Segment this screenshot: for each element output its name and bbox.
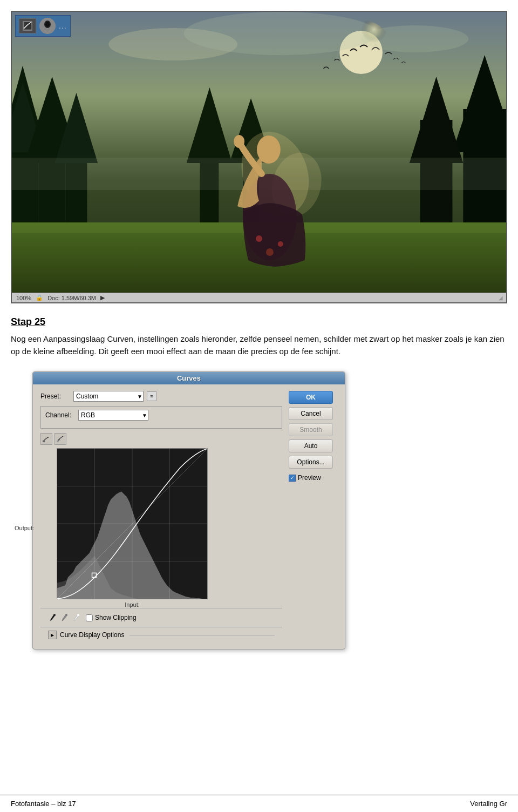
cancel-button[interactable]: Cancel: [289, 407, 333, 420]
curve-area: Input:: [57, 448, 208, 608]
fairy-artwork: [12, 12, 506, 293]
preview-row: ✓ Preview: [289, 474, 337, 482]
curves-body: Preset: Custom ▼ ≡ Channel: RGB: [33, 384, 345, 649]
svg-rect-38: [43, 441, 45, 443]
curve-display-line: [130, 635, 275, 635]
output-label: Output:: [15, 525, 34, 531]
curve-display-label: Curve Display Options: [60, 631, 124, 639]
lock-icon: 🔒: [36, 294, 43, 301]
photoshop-canvas-area: ...: [0, 0, 518, 303]
svg-point-5: [45, 22, 50, 27]
tool-icons-row: [40, 433, 282, 445]
svg-point-10: [184, 12, 377, 55]
svg-point-37: [234, 135, 244, 148]
curves-dialog: Curves Preset: Custom ▼ ≡: [32, 371, 345, 649]
svg-point-36: [266, 248, 274, 256]
curves-icon[interactable]: [19, 18, 36, 33]
curves-titlebar: Curves: [33, 372, 345, 384]
mask-thumbnail: [39, 18, 56, 34]
channel-box: Channel: RGB ▼: [40, 406, 282, 429]
toolbar-more[interactable]: ...: [59, 22, 67, 30]
show-clipping-checkbox[interactable]: [86, 614, 93, 621]
eyedropper-icons: [48, 613, 81, 622]
svg-point-51: [65, 614, 67, 616]
svg-point-50: [53, 614, 56, 616]
options-button[interactable]: Options...: [289, 456, 333, 469]
preset-row: Preset: Custom ▼ ≡: [40, 391, 282, 402]
page-footer: Fotofantasie – blz 17 Vertaling Gr: [0, 795, 518, 812]
svg-rect-39: [57, 441, 59, 443]
step-text-area: Stap 25 Nog een Aanpassingslaag Curven, …: [0, 303, 518, 366]
footer-right: Vertaling Gr: [470, 800, 507, 808]
curves-left-panel: Preset: Custom ▼ ≡ Channel: RGB: [40, 391, 282, 642]
curves-right-panel: OK Cancel Smooth Auto Options... ✓ Previ…: [289, 391, 337, 642]
mini-toolbar: ...: [15, 15, 71, 37]
svg-point-52: [77, 614, 79, 616]
channel-select-wrapper[interactable]: RGB ▼: [78, 410, 148, 421]
curves-list-icon[interactable]: ≡: [147, 391, 156, 401]
curve-canvas[interactable]: [57, 448, 208, 599]
curves-dialog-wrapper: Curves Preset: Custom ▼ ≡: [0, 366, 518, 660]
smooth-button[interactable]: Smooth: [289, 423, 333, 436]
resize-handle[interactable]: ◢: [499, 295, 504, 300]
preset-select[interactable]: Custom: [73, 391, 144, 402]
auto-button[interactable]: Auto: [289, 439, 333, 452]
photoshop-statusbar: 100% 🔒 Doc: 1.59M/60.3M ▶: [12, 293, 506, 302]
page-wrapper: ...: [0, 0, 518, 660]
channel-select[interactable]: RGB: [78, 410, 148, 421]
footer-left: Fotofantasie – blz 17: [11, 800, 76, 808]
channel-label: Channel:: [45, 411, 75, 419]
freehand-curve-icon[interactable]: [54, 433, 66, 445]
curve-canvas-wrapper: Output:: [40, 448, 282, 608]
channel-row: Channel: RGB ▼: [45, 410, 277, 421]
pencil-curve-icon[interactable]: [40, 433, 52, 445]
gray-point-eyedropper[interactable]: [60, 613, 70, 622]
photoshop-window: ...: [11, 11, 507, 303]
play-icon: ▶: [100, 294, 105, 301]
preview-label: Preview: [298, 474, 321, 482]
curve-display-opts: ▶ Curve Display Options: [40, 627, 282, 642]
doc-size: Doc: 1.59M/60.3M: [47, 295, 96, 301]
step-title: Stap 25: [11, 316, 507, 328]
white-point-eyedropper[interactable]: [72, 613, 81, 622]
curve-display-toggle[interactable]: ▶: [48, 631, 57, 639]
show-clipping-row: Show Clipping: [86, 614, 137, 621]
zoom-level: 100%: [16, 295, 31, 301]
input-label: Input:: [57, 601, 208, 608]
preset-label: Preset:: [40, 393, 70, 400]
curves-bottom-row: Show Clipping: [40, 608, 282, 627]
svg-point-34: [256, 235, 262, 242]
show-clipping-label: Show Clipping: [95, 614, 137, 621]
step-description: Nog een Aanpassingslaag Curven, instelli…: [11, 333, 507, 357]
ok-button[interactable]: OK: [289, 391, 333, 404]
preset-select-wrapper[interactable]: Custom ▼: [73, 391, 144, 402]
preview-checkbox[interactable]: ✓: [289, 475, 296, 482]
black-point-eyedropper[interactable]: [48, 613, 58, 622]
svg-point-35: [278, 241, 283, 247]
